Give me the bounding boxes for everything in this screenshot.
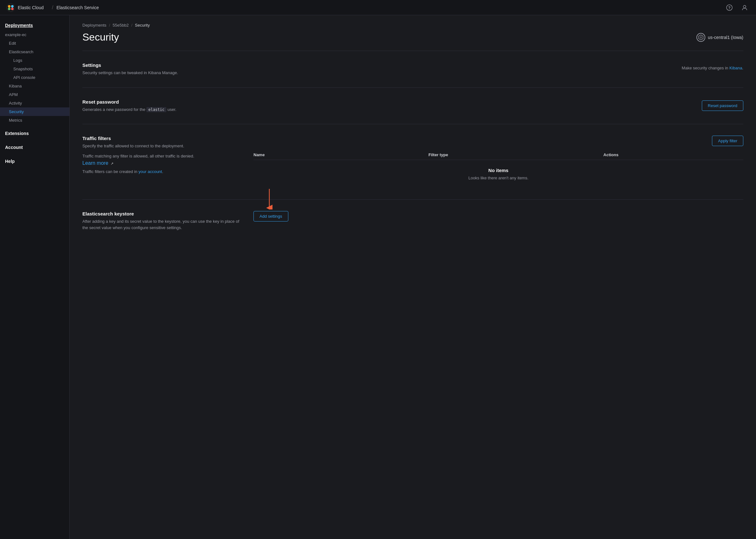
apply-filter-button[interactable]: Apply filter xyxy=(712,136,743,146)
settings-title: Settings xyxy=(82,62,241,68)
keystore-right: Add settings xyxy=(254,211,743,231)
keystore-layout: Elasticsearch keystore After adding a ke… xyxy=(82,211,743,231)
sidebar-divider-2 xyxy=(0,138,69,142)
svg-point-4 xyxy=(11,8,14,10)
svg-point-3 xyxy=(8,8,11,10)
svg-text:?: ? xyxy=(728,6,730,10)
keystore-section: Elasticsearch keystore After adding a ke… xyxy=(82,206,743,236)
apply-filter-row: Apply filter xyxy=(254,136,743,146)
logo-area: Elastic Cloud xyxy=(6,3,44,12)
table-col-name: Name xyxy=(254,152,428,157)
sidebar-item-snapshots[interactable]: Snapshots xyxy=(0,65,69,73)
divider-reset xyxy=(82,124,743,124)
sidebar-item-api-console[interactable]: API console xyxy=(0,73,69,82)
help-circle-icon: ? xyxy=(726,4,732,11)
settings-left: Settings Security settings can be tweake… xyxy=(82,62,241,76)
add-settings-button[interactable]: Add settings xyxy=(254,211,288,221)
sidebar-item-elasticsearch[interactable]: Elasticsearch xyxy=(0,47,69,56)
sidebar-item-security[interactable]: Security xyxy=(0,108,69,116)
keystore-title: Elasticsearch keystore xyxy=(82,211,241,216)
sidebar-item-metrics[interactable]: Metrics xyxy=(0,116,69,124)
svg-point-7 xyxy=(743,5,746,8)
filter-table-header: Name Filter type Actions xyxy=(254,150,743,160)
sidebar-divider-3 xyxy=(0,152,69,156)
sidebar: Deployments example-ec Edit Elasticsearc… xyxy=(0,15,70,539)
reset-password-right: Reset password xyxy=(702,99,743,111)
page-title: Security xyxy=(82,32,119,43)
sidebar-security-wrapper: Security xyxy=(0,108,69,116)
user-icon-button[interactable] xyxy=(739,3,750,13)
breadcrumb-sep2: / xyxy=(131,23,132,28)
empty-description: Looks like there aren't any items. xyxy=(254,176,743,180)
breadcrumb-id[interactable]: 55e5bb2 xyxy=(113,23,129,28)
region-badge: us-central1 (Iowa) xyxy=(697,33,743,42)
traffic-filters-section: Traffic filters Specify the traffic allo… xyxy=(82,130,743,193)
sidebar-help-title[interactable]: Help xyxy=(0,156,69,166)
down-arrow-icon xyxy=(263,189,276,209)
settings-section: Settings Security settings can be tweake… xyxy=(82,57,743,81)
learn-more-link[interactable]: Learn more xyxy=(82,160,109,166)
traffic-filters-left: Traffic filters Specify the traffic allo… xyxy=(82,136,241,188)
table-empty-state: No items Looks like there aren't any ite… xyxy=(254,160,743,188)
traffic-filters-detail1: Traffic matching any filter is allowed, … xyxy=(82,153,241,159)
hexagon-icon xyxy=(698,35,704,40)
sidebar-item-apm[interactable]: APM xyxy=(0,90,69,99)
breadcrumb-current: Security xyxy=(135,23,150,28)
sidebar-item-example-ec[interactable]: example-ec xyxy=(0,31,69,39)
traffic-filters-detail2: Traffic filters can be created in your a… xyxy=(82,169,241,175)
reset-password-desc: Generates a new password for the elastic… xyxy=(82,107,241,113)
sidebar-account-title[interactable]: Account xyxy=(0,142,69,152)
reset-password-left: Reset password Generates a new password … xyxy=(82,99,241,113)
empty-title: No items xyxy=(254,168,743,173)
sidebar-item-edit[interactable]: Edit xyxy=(0,39,69,47)
region-icon xyxy=(697,33,705,42)
help-icon-button[interactable]: ? xyxy=(724,3,734,13)
settings-description: Security settings can be tweaked in Kiba… xyxy=(82,70,241,76)
elastic-logo-icon xyxy=(6,3,15,12)
sidebar-item-kibana[interactable]: Kibana xyxy=(0,82,69,90)
settings-right: Make security changes in Kibana. xyxy=(682,62,743,71)
learn-more-row: Learn more ↗ xyxy=(82,160,241,166)
sidebar-item-activity[interactable]: Activity xyxy=(0,99,69,108)
reset-password-title: Reset password xyxy=(82,99,241,105)
svg-point-11 xyxy=(700,37,702,38)
service-label: Elasticsearch Service xyxy=(56,5,99,10)
nav-separator: / xyxy=(52,5,53,11)
elastic-code: elastic xyxy=(146,107,166,112)
traffic-filters-right: Apply filter Name Filter type Actions No… xyxy=(254,136,743,188)
svg-point-2 xyxy=(11,5,14,8)
keystore-description: After adding a key and its secret value … xyxy=(82,218,241,231)
external-link-icon: ↗ xyxy=(111,162,113,165)
keystore-left: Elasticsearch keystore After adding a ke… xyxy=(82,211,241,231)
main-layout: Deployments example-ec Edit Elasticsearc… xyxy=(0,15,756,539)
breadcrumb-sep1: / xyxy=(109,23,110,28)
nav-icons: ? xyxy=(724,3,750,13)
your-account-link[interactable]: your account xyxy=(138,169,162,174)
reset-password-section: Reset password Generates a new password … xyxy=(82,94,743,118)
brand-label: Elastic Cloud xyxy=(18,5,44,10)
main-content: Deployments / 55e5bb2 / Security Securit… xyxy=(70,15,756,539)
kibana-link[interactable]: Kibana xyxy=(729,66,742,70)
settings-right-text: Make security changes in Kibana. xyxy=(682,65,743,71)
add-settings-container: Add settings xyxy=(254,211,288,221)
sidebar-deployments-title[interactable]: Deployments xyxy=(0,20,69,31)
sidebar-divider-1 xyxy=(0,124,69,128)
divider-after-header xyxy=(82,51,743,51)
svg-marker-10 xyxy=(699,35,703,40)
svg-point-0 xyxy=(7,4,15,12)
traffic-filters-title: Traffic filters xyxy=(82,136,241,141)
breadcrumb-deployments[interactable]: Deployments xyxy=(82,23,107,28)
user-icon xyxy=(741,4,748,11)
svg-point-1 xyxy=(8,5,11,8)
page-header: Security us-central1 (Iowa) xyxy=(82,32,743,43)
table-col-actions: Actions xyxy=(603,152,743,157)
table-col-filter-type: Filter type xyxy=(428,152,603,157)
traffic-filters-desc: Specify the traffic allowed to connect t… xyxy=(82,143,241,149)
region-label: us-central1 (Iowa) xyxy=(708,35,743,40)
top-navigation: Elastic Cloud / Elasticsearch Service ? xyxy=(0,0,756,15)
reset-password-button[interactable]: Reset password xyxy=(702,101,743,111)
breadcrumb: Deployments / 55e5bb2 / Security xyxy=(82,23,743,28)
down-arrow-annotation xyxy=(263,189,276,211)
sidebar-extensions-title[interactable]: Extensions xyxy=(0,128,69,138)
sidebar-item-logs[interactable]: Logs xyxy=(0,56,69,65)
